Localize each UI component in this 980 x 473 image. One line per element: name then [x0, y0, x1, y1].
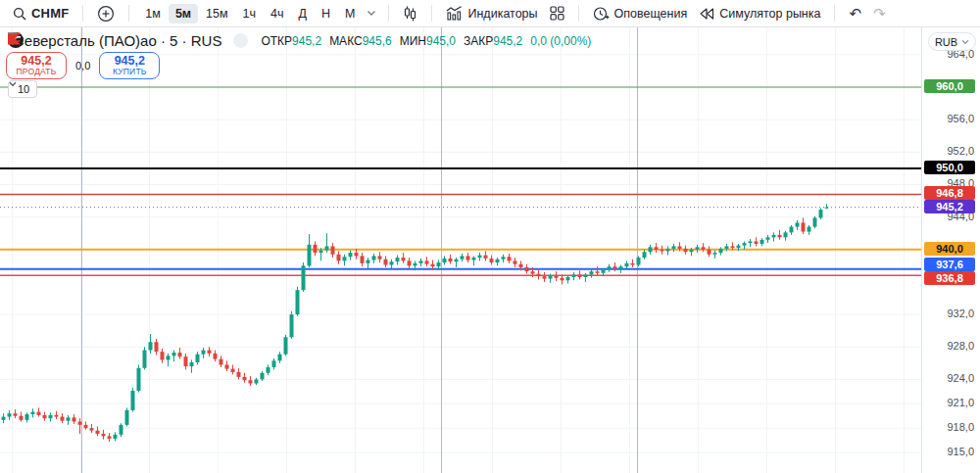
price-tick-label: 924,0: [947, 372, 974, 384]
timeframe-Н[interactable]: Н: [315, 4, 337, 24]
price-badge-945-2: 945,2: [924, 200, 975, 213]
lot-size-value: 10: [18, 83, 29, 95]
timeframe-more-button[interactable]: [364, 7, 379, 20]
close-label: ЗАКР: [464, 34, 493, 48]
timeframe-1м[interactable]: 1м: [138, 4, 168, 24]
price-axis[interactable]: RUB 964,0956,0952,0948,0944,0932,0928,09…: [921, 27, 980, 473]
open-value: 945,2: [292, 34, 321, 48]
simulator-label: Симулятор рынка: [719, 7, 820, 21]
compare-add-button[interactable]: [92, 2, 120, 25]
chevron-down-icon: [961, 39, 969, 45]
toolbar-divider: [128, 5, 129, 22]
plus-circle-icon: [97, 5, 115, 23]
timeframe-4ч[interactable]: 4ч: [264, 4, 290, 24]
chart-legend: Северсталь (ПАО)ао · 5 · RUS ОТКР945,2 М…: [8, 32, 591, 49]
chart-type-button[interactable]: [398, 3, 422, 24]
alert-clock-plus-icon: [593, 6, 610, 22]
toolbar-divider: [82, 5, 83, 22]
layout-grid-button[interactable]: [545, 3, 569, 24]
price-tick-label: 932,0: [947, 307, 974, 319]
layout-grid-icon: [550, 6, 564, 21]
alerts-button[interactable]: Оповещения: [588, 3, 693, 24]
symbol-search-button[interactable]: CHMF: [8, 3, 74, 24]
indicators-button[interactable]: Индикаторы: [441, 3, 542, 24]
price-badge-950-0: 950,0: [924, 161, 975, 174]
undo-button[interactable]: ↶: [844, 3, 866, 24]
toolbar-divider: [834, 5, 835, 22]
candlestick-chart-icon: [403, 6, 417, 22]
lot-size-selector[interactable]: 10: [8, 80, 37, 98]
low-value: 945,0: [426, 34, 456, 48]
ohlc-values: ОТКР945,2 МАКС945,6 МИН945,0 ЗАКР945,2 0…: [261, 34, 591, 48]
symbol-name: CHMF: [31, 6, 69, 21]
low-label: МИН: [400, 34, 426, 48]
high-value: 945,6: [363, 34, 392, 48]
redo-button[interactable]: ↷: [868, 3, 891, 24]
chevron-down-icon: [367, 10, 376, 17]
high-label: МАКС: [329, 34, 363, 48]
price-tick-label: 918,0: [947, 421, 974, 433]
toolbar-divider: [578, 5, 579, 22]
instrument-title[interactable]: Северсталь (ПАО)ао · 5 · RUS: [14, 32, 221, 49]
timeframe-group: 1м5м15м1ч4чДНМ: [138, 4, 362, 24]
trade-panel: 945,2 ПРОДАТЬ 0,0 945,2 КУПИТЬ: [6, 52, 160, 79]
price-tick-label: 956,0: [947, 113, 974, 124]
toolbar-divider: [388, 5, 389, 22]
price-badge-946-8: 946,8: [924, 186, 975, 200]
search-icon: [13, 7, 26, 21]
close-value: 945,2: [493, 34, 522, 48]
price-tick-label: 921,0: [947, 397, 974, 408]
price-level-lines: [0, 87, 921, 275]
price-tick-label: 952,0: [947, 145, 974, 157]
spread-value: 0,0: [75, 60, 90, 71]
candlestick-chart: [0, 27, 921, 473]
rewind-icon: [699, 8, 714, 20]
alerts-label: Оповещения: [614, 7, 688, 21]
sell-button[interactable]: 945,2 ПРОДАТЬ: [6, 52, 67, 79]
redo-icon: ↷: [873, 6, 886, 21]
timeframe-Д[interactable]: Д: [292, 4, 314, 24]
currency-selector[interactable]: RUB: [928, 32, 976, 51]
undo-icon: ↶: [849, 6, 861, 21]
market-simulator-button[interactable]: Симулятор рынка: [694, 4, 825, 24]
timeframe-М[interactable]: М: [338, 4, 362, 24]
buy-button[interactable]: 945,2 КУПИТЬ: [99, 52, 160, 79]
price-change: 0,0 (0,00%): [530, 34, 591, 48]
timeframe-1ч[interactable]: 1ч: [236, 4, 263, 24]
open-label: ОТКР: [261, 34, 292, 48]
indicators-icon: [446, 6, 463, 21]
sell-price: 945,2: [21, 54, 51, 68]
timeframe-5м[interactable]: 5м: [169, 4, 198, 24]
sell-label: ПРОДАТЬ: [17, 68, 57, 77]
candlestick-series: [2, 204, 829, 442]
timeframe-15м[interactable]: 15м: [199, 4, 235, 24]
price-badge-937-6: 937,6: [924, 258, 975, 271]
indicators-label: Индикаторы: [467, 7, 537, 21]
top-toolbar: CHMF 1м5м15м1ч4чДНМ Индикаторы Оповещ: [0, 0, 980, 27]
price-tick-label: 915,0: [947, 446, 974, 457]
toolbar-divider: [431, 5, 432, 22]
collapse-legend-button[interactable]: [233, 33, 248, 48]
currency-label: RUB: [935, 36, 957, 48]
price-tick-label: 928,0: [947, 340, 974, 352]
buy-label: КУПИТЬ: [113, 68, 147, 77]
price-badge-960-0: 960,0: [924, 79, 975, 93]
chart-plot-area[interactable]: Северсталь (ПАО)ао · 5 · RUS ОТКР945,2 М…: [0, 27, 921, 473]
price-badge-940-0: 940,0: [924, 242, 975, 256]
price-badge-936-8: 936,8: [924, 271, 975, 285]
buy-price: 945,2: [115, 54, 145, 68]
